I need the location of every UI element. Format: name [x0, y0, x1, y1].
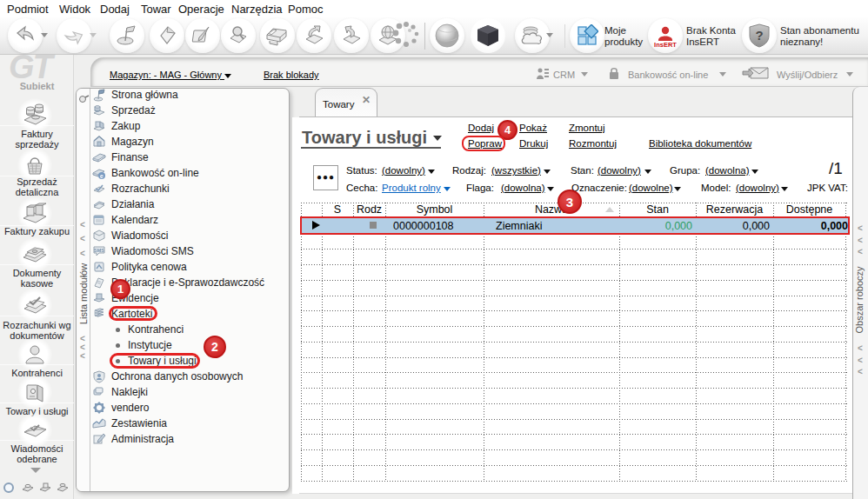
svg-text:?: ?	[755, 28, 763, 43]
svg-text:InsERT: InsERT	[654, 41, 677, 49]
svg-text:SMS: SMS	[94, 248, 104, 253]
svg-text:e: e	[100, 173, 103, 179]
